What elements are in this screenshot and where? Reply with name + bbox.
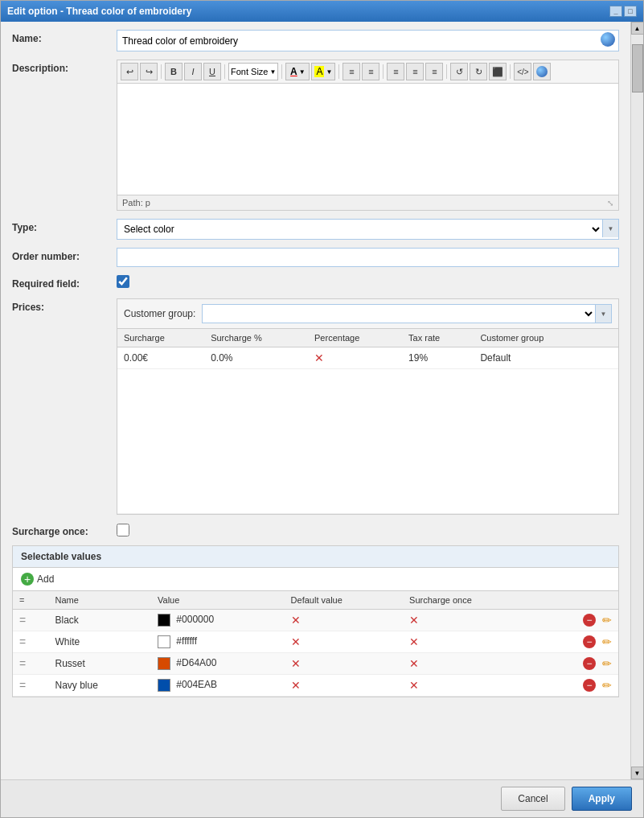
description-control: ↩ ↪ B I U Font Size ▼ A (117, 60, 619, 211)
name-cell: White (48, 631, 151, 653)
font-size-select[interactable]: Font Size ▼ (228, 63, 278, 80)
col-customer-group: Customer group (474, 329, 597, 347)
surcharge-once-checkbox[interactable] (117, 524, 129, 536)
bg-color-chevron: ▼ (326, 68, 332, 76)
default-value-x-icon: ✕ (291, 614, 301, 627)
prices-control: Customer group: ▼ Surchar (117, 298, 619, 515)
special1-button[interactable]: ↺ (450, 63, 468, 80)
scroll-thumb[interactable] (632, 44, 643, 92)
align-right-button[interactable]: ≡ (425, 63, 443, 80)
drag-cell: = (13, 653, 48, 675)
special2-button[interactable]: ↻ (470, 63, 487, 80)
values-header-row: = Name Value Default value Surcharge onc… (13, 591, 618, 610)
surcharge-once-label: Surcharge once: (12, 523, 117, 537)
minimize-button[interactable]: _ (609, 6, 622, 17)
type-select[interactable]: Select color (117, 220, 602, 239)
scroll-up-button[interactable]: ▲ (631, 22, 644, 35)
bg-color-button[interactable]: A ▼ (311, 63, 335, 80)
undo-button[interactable]: ↩ (121, 63, 138, 80)
editor-body[interactable] (117, 83, 619, 195)
required-field-checkbox[interactable] (117, 275, 129, 288)
customer-group-select[interactable] (203, 305, 595, 323)
type-label: Type: (12, 219, 117, 233)
price-surcharge: 0.00€ (117, 347, 204, 369)
default-value-x-icon: ✕ (291, 679, 301, 692)
editor-path: Path: p (122, 198, 150, 208)
image-button[interactable]: ⬛ (489, 63, 507, 80)
selectable-values-header: Selectable values (13, 546, 618, 568)
delete-button[interactable]: − (583, 657, 596, 670)
edit-button[interactable]: ✏ (602, 657, 612, 670)
font-size-label: Font Size (231, 67, 268, 76)
footer: Cancel Apply (1, 779, 643, 817)
drag-handle-icon[interactable]: = (19, 679, 26, 692)
align-left-button[interactable]: ≡ (387, 63, 404, 80)
order-number-control (117, 248, 619, 267)
customer-group-select-wrapper[interactable]: ▼ (202, 304, 612, 323)
actions-cell: − ✏ (541, 653, 618, 675)
surcharge-once-x-icon: ✕ (409, 614, 419, 627)
name-input[interactable] (117, 31, 597, 51)
drag-handle-icon[interactable]: = (19, 614, 26, 627)
redo-button[interactable]: ↪ (140, 63, 158, 80)
add-label: Add (37, 573, 54, 585)
actions-cell: − ✏ (541, 631, 618, 653)
type-select-wrapper[interactable]: Select color ▼ (117, 219, 619, 240)
order-number-input[interactable] (117, 248, 619, 267)
drag-cell: = (13, 631, 48, 653)
code-button[interactable]: </> (514, 63, 531, 80)
cancel-button[interactable]: Cancel (501, 787, 564, 811)
editor-footer: Path: p ⤡ (117, 195, 619, 211)
scroll-down-button[interactable]: ▼ (631, 767, 644, 779)
resize-handle[interactable]: ⤡ (607, 199, 613, 208)
description-row: Description: ↩ ↪ B I U Font Size ▼ (12, 60, 619, 211)
prices-header: Customer group: ▼ (117, 299, 618, 329)
color-swatch (158, 635, 170, 648)
drag-cell: = (13, 610, 48, 631)
delete-button[interactable]: − (583, 679, 596, 692)
col-percentage: Percentage (308, 329, 402, 347)
edit-button[interactable]: ✏ (602, 614, 612, 627)
editor-toolbar: ↩ ↪ B I U Font Size ▼ A (117, 60, 619, 83)
value-row: = White #ffffff ✕ ✕ − ✏ (13, 631, 618, 653)
separator-3 (281, 64, 282, 79)
add-value-button[interactable]: + Add (13, 568, 618, 590)
surcharge-once-x-icon: ✕ (409, 635, 419, 648)
font-size-chevron: ▼ (269, 68, 276, 76)
default-value-x-icon: ✕ (291, 657, 301, 670)
fullscreen-button[interactable] (533, 63, 551, 80)
main-window: Edit option - Thread color of embroidery… (0, 0, 644, 818)
customer-group-label: Customer group: (124, 308, 195, 319)
separator-2 (224, 64, 225, 79)
row-actions: − ✏ (548, 679, 612, 692)
underline-button[interactable]: U (203, 63, 221, 80)
align-center-button[interactable]: ≡ (406, 63, 424, 80)
delete-button[interactable]: − (583, 635, 596, 648)
maximize-button[interactable]: □ (624, 6, 637, 17)
italic-button[interactable]: I (184, 63, 202, 80)
bold-button[interactable]: B (165, 63, 183, 80)
delete-button[interactable]: − (583, 614, 596, 627)
type-dropdown-arrow: ▼ (602, 220, 618, 237)
price-row-1: 0.00€ 0.0% ✕ 19% Default (117, 347, 618, 369)
edit-button[interactable]: ✏ (602, 679, 612, 692)
drag-handle-icon[interactable]: = (19, 635, 26, 648)
apply-button[interactable]: Apply (572, 787, 632, 811)
globe-icon[interactable] (597, 31, 618, 51)
value-cell: #ffffff (151, 631, 285, 653)
customer-group-arrow: ▼ (595, 305, 611, 323)
name-cell: Navy blue (48, 675, 151, 697)
bg-color-icon: A (314, 66, 324, 77)
scroll-track[interactable] (631, 35, 643, 767)
drag-handle-icon[interactable]: = (19, 657, 26, 670)
drag-cell: = (13, 675, 48, 697)
font-color-button[interactable]: A ▼ (285, 63, 310, 80)
ol-button[interactable]: ≡ (362, 63, 379, 80)
edit-button[interactable]: ✏ (602, 635, 612, 648)
type-control: Select color ▼ (117, 219, 619, 240)
values-table-head: = Name Value Default value Surcharge onc… (13, 591, 618, 610)
name-label: Name: (12, 30, 117, 44)
ul-button[interactable]: ≡ (343, 63, 360, 80)
col-default-value: Default value (285, 591, 404, 610)
prices-table-header-row: Surcharge Surcharge % Percentage Tax rat… (117, 329, 618, 347)
